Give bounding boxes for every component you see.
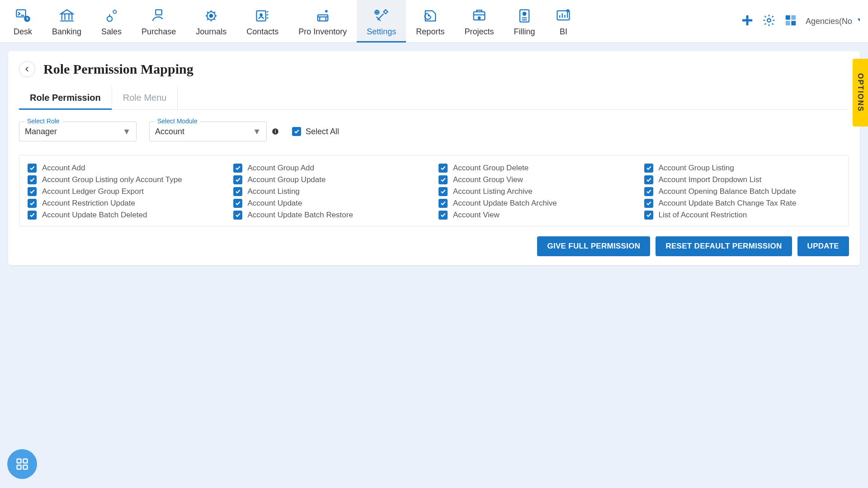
nav-proinventory[interactable]: Pro Inventory: [288, 0, 357, 42]
permission-checkbox[interactable]: Account Update: [233, 199, 430, 208]
caret-down-icon: ▼: [253, 127, 261, 136]
permission-label: Account Update: [248, 199, 302, 208]
select-all-checkbox[interactable]: Select All: [292, 127, 339, 136]
inventory-icon: [314, 7, 331, 24]
permission-checkbox[interactable]: Account Ledger Group Export: [28, 187, 224, 196]
nav-label: Projects: [464, 27, 494, 37]
nav-label: Purchase: [142, 27, 176, 37]
page-title: Role Permission Mapping: [43, 61, 193, 77]
nav-sales[interactable]: Sales: [91, 0, 132, 42]
nav-purchase[interactable]: Purchase: [132, 0, 186, 42]
checkbox-box: [28, 199, 37, 208]
nav-contacts[interactable]: Contacts: [236, 0, 288, 42]
checkbox-box: [28, 211, 37, 220]
select-role-label: Select Role: [24, 117, 62, 125]
checkbox-box: [292, 127, 301, 136]
add-icon[interactable]: [741, 14, 754, 29]
update-button[interactable]: UPDATE: [797, 236, 849, 256]
select-role-field: Select Role Manager ▼: [19, 122, 137, 141]
checkbox-box: [644, 211, 653, 220]
nav-label: Desk: [14, 27, 32, 37]
nav-reports[interactable]: Reports: [406, 0, 454, 42]
checkbox-box: [233, 164, 242, 173]
permission-label: Account Opening Balance Batch Update: [659, 187, 796, 196]
org-label: Agencies(No: [806, 17, 852, 26]
nav-label: Settings: [367, 27, 396, 37]
svg-rect-27: [17, 459, 21, 463]
nav-label: Contacts: [246, 27, 278, 37]
permission-checkbox[interactable]: Account Update Batch Archive: [439, 199, 635, 208]
svg-rect-29: [17, 465, 21, 469]
checkbox-box: [644, 164, 653, 173]
checkbox-box: [233, 187, 242, 196]
gear-icon[interactable]: [762, 14, 776, 29]
permission-checkbox[interactable]: Account Group Listing: [644, 164, 841, 173]
tab-role-permission[interactable]: Role Permission: [19, 86, 112, 109]
permission-label: Account Update Batch Change Tax Rate: [659, 199, 797, 208]
svg-rect-4: [156, 9, 162, 14]
page-header: Role Permission Mapping: [8, 51, 860, 81]
permission-checkbox[interactable]: Account Opening Balance Batch Update: [644, 187, 841, 196]
select-module-value: Account: [155, 127, 184, 136]
permission-label: Account Group View: [453, 175, 523, 184]
permission-checkbox[interactable]: Account Group Delete: [439, 164, 635, 173]
permission-label: Account Group Listing: [659, 164, 734, 173]
apps-fab[interactable]: [7, 449, 37, 479]
settings-icon: [373, 7, 390, 24]
give-full-permission-button[interactable]: GIVE FULL PERMISSION: [537, 236, 650, 256]
journals-icon: [203, 7, 220, 24]
options-side-tab[interactable]: OPTIONS: [853, 59, 868, 127]
reset-default-permission-button[interactable]: RESET DEFAULT PERMISSION: [656, 236, 792, 256]
permission-checkbox[interactable]: Account Listing Archive: [439, 187, 635, 196]
permission-label: Account Group Update: [248, 175, 326, 184]
tabs: Role Permission Role Menu: [19, 86, 849, 110]
nav-bi[interactable]: BI: [545, 0, 582, 42]
checkbox-box: [28, 175, 37, 184]
permission-label: Account Ledger Group Export: [42, 187, 144, 196]
nav-label: Reports: [416, 27, 444, 37]
svg-point-26: [275, 130, 276, 131]
permission-checkbox[interactable]: Account Group Add: [233, 164, 430, 173]
permission-checkbox[interactable]: Account Group Listing only Account Type: [28, 175, 224, 184]
filters-row: Select Role Manager ▼ Select Module Acco…: [8, 110, 860, 141]
bi-icon: [555, 7, 572, 24]
permission-checkbox[interactable]: Account View: [439, 211, 635, 220]
nav-journals[interactable]: Journals: [186, 0, 236, 42]
svg-point-12: [478, 16, 481, 19]
checkbox-box: [439, 211, 448, 220]
permission-checkbox[interactable]: Account Update Batch Change Tax Rate: [644, 199, 841, 208]
nav-label: Journals: [196, 27, 226, 37]
nav-settings[interactable]: Settings: [357, 0, 406, 42]
permission-checkbox[interactable]: Account Add: [28, 164, 224, 173]
nav-banking[interactable]: Banking: [42, 0, 91, 42]
permission-checkbox[interactable]: Account Import Dropdown List: [644, 175, 841, 184]
calculator-icon[interactable]: [784, 14, 797, 29]
org-selector[interactable]: Agencies(No: [806, 14, 860, 29]
info-icon[interactable]: [271, 127, 279, 136]
svg-rect-22: [786, 21, 790, 25]
checkbox-box: [439, 175, 448, 184]
permission-label: Account Group Listing only Account Type: [42, 175, 182, 184]
svg-point-14: [522, 12, 526, 16]
nav-filling[interactable]: Filling: [504, 0, 545, 42]
tab-role-menu[interactable]: Role Menu: [112, 86, 178, 109]
nav-label: Filling: [514, 27, 535, 37]
svg-rect-30: [24, 465, 28, 469]
header-tools: Agencies(No: [741, 14, 860, 29]
back-button[interactable]: [19, 61, 35, 77]
nav-desk[interactable]: Desk: [4, 0, 42, 42]
permission-checkbox[interactable]: Account Update Batch Deleted: [28, 211, 224, 220]
permissions-grid: Account Add Account Group Add Account Gr…: [28, 164, 840, 220]
permission-checkbox[interactable]: Account Group Update: [233, 175, 430, 184]
permission-checkbox[interactable]: Account Restriction Update: [28, 199, 224, 208]
permission-checkbox[interactable]: Account Listing: [233, 187, 430, 196]
purchase-icon: [150, 7, 167, 24]
nav-projects[interactable]: Projects: [454, 0, 504, 42]
permission-checkbox[interactable]: List of Account Restriction: [644, 211, 841, 220]
svg-rect-20: [786, 15, 790, 20]
tab-label: Role Permission: [30, 93, 101, 103]
permission-checkbox[interactable]: Account Group View: [439, 175, 635, 184]
permission-label: Account Add: [42, 164, 85, 173]
permission-checkbox[interactable]: Account Update Batch Restore: [233, 211, 430, 220]
checkbox-box: [233, 175, 242, 184]
